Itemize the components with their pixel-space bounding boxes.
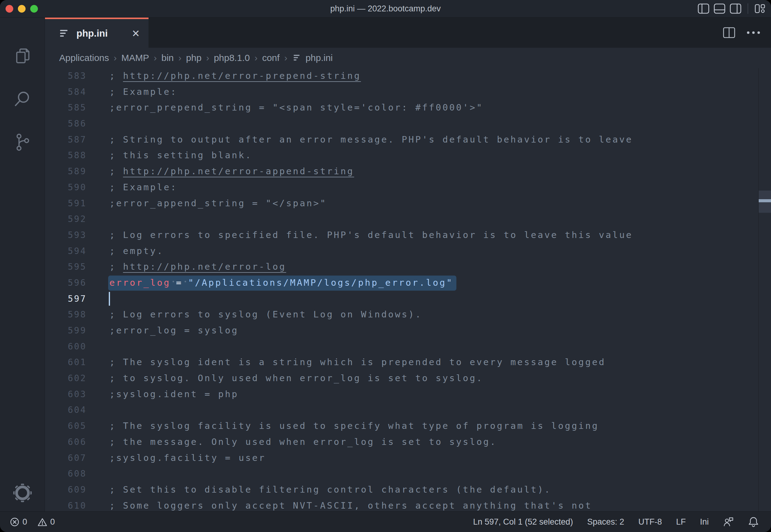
activity-source-control-button[interactable] [0,132,45,152]
code-line[interactable]: ; Set this to disable filtering control … [109,482,771,498]
line-number[interactable]: 585 [45,100,109,116]
code-line[interactable]: ; Some loggers only accept NVT-ASCII, ot… [109,498,771,512]
code-line[interactable]: ; empty. [109,243,771,259]
editor-row[interactable]: 588; this setting blank. [45,147,771,163]
code-line[interactable] [109,291,771,307]
code-line[interactable]: ; to syslog. Only used when error_log is… [109,370,771,386]
toggle-secondary-sidebar-button[interactable] [730,3,741,14]
line-number[interactable]: 606 [45,434,109,450]
eol-status[interactable]: LF [676,517,686,527]
code-line[interactable]: ; String to output after an error messag… [109,132,771,148]
toggle-primary-sidebar-button[interactable] [698,3,709,14]
editor-row[interactable]: 610; Some loggers only accept NVT-ASCII,… [45,498,771,512]
editor-row[interactable]: 602; to syslog. Only used when error_log… [45,370,771,386]
breadcrumb-item[interactable]: bin [161,53,174,63]
editor-pane[interactable]: 583; http://php.net/error-prepend-string… [45,68,771,512]
line-number[interactable]: 593 [45,227,109,243]
editor-row[interactable]: 587; String to output after an error mes… [45,132,771,148]
code-line[interactable]: ; http://php.net/error-append-string [109,163,771,179]
line-number[interactable]: 598 [45,307,109,323]
toggle-panel-button[interactable] [714,3,725,14]
code-line[interactable]: ;error_append_string = "</span>" [109,195,771,212]
line-number[interactable]: 588 [45,147,109,163]
editor-row[interactable]: 607;syslog.facility = user [45,450,771,466]
code-line[interactable] [109,466,771,482]
editor-row[interactable]: 597 [45,291,771,307]
line-number[interactable]: 591 [45,195,109,212]
editor-row[interactable]: 599;error_log = syslog [45,323,771,339]
line-number[interactable]: 590 [45,179,109,195]
line-number[interactable]: 592 [45,211,109,227]
code-line[interactable]: ; http://php.net/error-log [109,259,771,275]
code-line[interactable]: ; http://php.net/error-prepend-string [109,68,771,84]
breadcrumb-item[interactable]: php8.1.0 [213,53,251,63]
editor-row[interactable]: 590; Example: [45,179,771,195]
editor-row[interactable]: 586 [45,116,771,132]
editor-row[interactable]: 596error_log="/Applications/MAMP/logs/ph… [45,275,771,291]
code-line[interactable]: ; The syslog ident is a string which is … [109,354,771,370]
notifications-button[interactable] [748,516,759,527]
breadcrumb-item[interactable]: php [185,53,202,63]
line-number[interactable]: 587 [45,132,109,148]
editor-row[interactable]: 593; Log errors to specified file. PHP's… [45,227,771,243]
editor-row[interactable]: 605; The syslog facility is used to spec… [45,418,771,434]
line-number[interactable]: 601 [45,354,109,370]
code-line[interactable]: ;error_prepend_string = "<span style='co… [109,100,771,116]
breadcrumb-item[interactable]: php.ini [305,53,333,63]
editor-row[interactable]: 609; Set this to disable filtering contr… [45,482,771,498]
tab-php-ini[interactable]: php.ini ✕ [45,18,148,48]
line-number[interactable]: 610 [45,498,109,512]
code-line[interactable]: ; the message. Only used when error_log … [109,434,771,450]
line-number[interactable]: 609 [45,482,109,498]
line-number[interactable]: 597 [45,291,109,307]
code-line[interactable]: ; this setting blank. [109,147,771,163]
editor-row[interactable]: 592 [45,211,771,227]
line-number[interactable]: 602 [45,370,109,386]
code-line[interactable]: ;syslog.facility = user [109,450,771,466]
line-number[interactable]: 595 [45,259,109,275]
code-line[interactable]: ; The syslog facility is used to specify… [109,418,771,434]
editor-row[interactable]: 600 [45,339,771,355]
line-number[interactable]: 583 [45,68,109,84]
code-line[interactable]: ; Example: [109,84,771,100]
code-line[interactable]: ; Log errors to specified file. PHP's de… [109,227,771,243]
settings-gear-button[interactable] [0,483,45,503]
line-number[interactable]: 586 [45,116,109,132]
code-line[interactable] [109,116,771,132]
language-mode-status[interactable]: Ini [700,517,709,527]
line-number[interactable]: 603 [45,386,109,402]
breadcrumb-item[interactable]: MAMP [121,53,150,63]
line-number[interactable]: 584 [45,84,109,100]
code-line[interactable] [109,339,771,355]
editor-row[interactable]: 584; Example: [45,84,771,100]
line-number[interactable]: 607 [45,450,109,466]
tab-close-button[interactable]: ✕ [130,29,141,38]
breadcrumb-item[interactable]: Applications [58,53,110,63]
editor-row[interactable]: 608 [45,466,771,482]
breadcrumb-item[interactable]: conf [262,53,281,63]
editor-row[interactable]: 589; http://php.net/error-append-string [45,163,771,179]
code-line[interactable]: ;error_log = syslog [109,323,771,339]
editor-row[interactable]: 606; the message. Only used when error_l… [45,434,771,450]
line-number[interactable]: 605 [45,418,109,434]
code-line[interactable] [109,211,771,227]
code-line[interactable] [109,402,771,418]
cursor-position-status[interactable]: Ln 597, Col 1 (52 selected) [473,517,573,527]
line-number[interactable]: 604 [45,402,109,418]
editor-row[interactable]: 598; Log errors to syslog (Event Log on … [45,307,771,323]
editor-row[interactable]: 583; http://php.net/error-prepend-string [45,68,771,84]
problems-status-button[interactable]: 0 0 [10,517,55,527]
customize-layout-button[interactable] [754,3,765,14]
code-line[interactable]: ; Log errors to syslog (Event Log on Win… [109,307,771,323]
editor-row[interactable]: 604 [45,402,771,418]
line-number[interactable]: 594 [45,243,109,259]
editor-row[interactable]: 591;error_append_string = "</span>" [45,195,771,212]
activity-explorer-button[interactable] [0,46,45,66]
line-number[interactable]: 589 [45,163,109,179]
encoding-status[interactable]: UTF-8 [638,517,662,527]
line-number[interactable]: 599 [45,323,109,339]
code-line[interactable]: ; Example: [109,179,771,195]
line-number[interactable]: 600 [45,339,109,355]
code-line[interactable]: ;syslog.ident = php [109,386,771,402]
editor-row[interactable]: 595; http://php.net/error-log [45,259,771,275]
